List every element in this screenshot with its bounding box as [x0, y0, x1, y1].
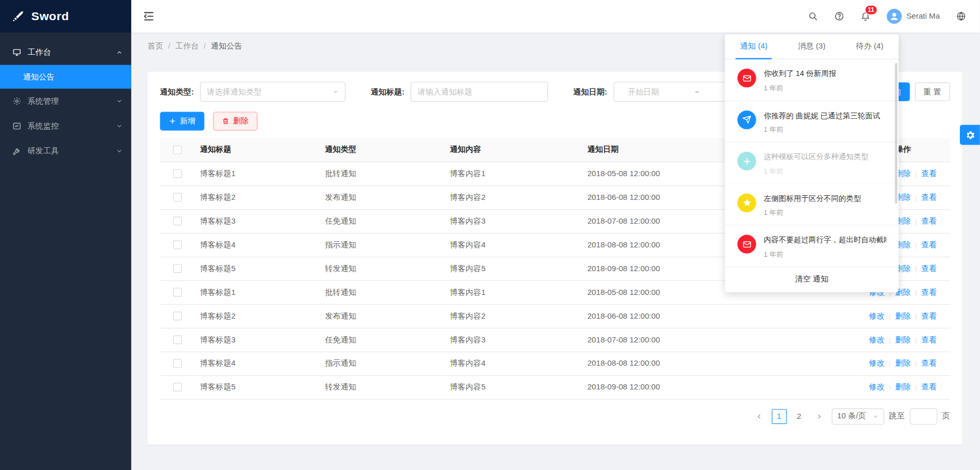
notification-time: 1 年前 — [763, 208, 861, 217]
question-icon[interactable] — [834, 11, 844, 21]
view-link[interactable]: 查看 — [922, 216, 937, 225]
sword-logo-icon — [11, 9, 25, 23]
tab-messages[interactable]: 消息 (3) — [783, 34, 840, 58]
delete-button[interactable]: 删除 — [213, 112, 257, 130]
view-link[interactable]: 查看 — [922, 169, 937, 178]
range-separator: ~ — [695, 87, 699, 96]
row-checkbox[interactable] — [173, 312, 182, 321]
monitor-icon — [12, 122, 21, 131]
sidebar-item-dev-tools[interactable]: 研发工具 — [0, 138, 131, 163]
notice-type-select[interactable]: 请选择通知类型 — [200, 82, 346, 102]
notification-item[interactable]: 内容不要超过两行字，超出时自动截断 1 年前 — [725, 226, 898, 268]
view-link[interactable]: 查看 — [922, 359, 937, 368]
chevron-up-icon — [116, 50, 122, 56]
cell-content: 博客内容3 — [445, 209, 583, 233]
notification-text: 内容不要超过两行字，超出时自动截断 — [763, 236, 886, 245]
row-checkbox[interactable] — [173, 288, 182, 297]
user-menu[interactable]: Serati Ma — [886, 9, 940, 24]
cell-content: 博客内容4 — [445, 233, 583, 257]
notice-title-input[interactable] — [411, 82, 548, 102]
row-checkbox[interactable] — [173, 241, 182, 249]
edit-link[interactable]: 修改 — [869, 311, 884, 320]
cell-title: 博客标题1 — [195, 280, 320, 304]
row-checkbox[interactable] — [173, 169, 182, 178]
edit-link[interactable]: 修改 — [869, 383, 884, 391]
action-divider: | — [915, 383, 917, 391]
search-icon[interactable] — [808, 11, 818, 21]
topbar-actions: 11 Serati Ma — [808, 9, 966, 24]
trash-icon — [222, 117, 229, 125]
view-link[interactable]: 查看 — [922, 311, 937, 320]
row-checkbox[interactable] — [173, 336, 182, 344]
row-checkbox[interactable] — [173, 193, 182, 202]
sidebar-item-workbench[interactable]: 工作台 — [0, 40, 131, 65]
sidebar-item-notice[interactable]: 通知公告 — [0, 65, 131, 89]
notification-item-read[interactable]: 这种模板可以区分多种通知类型 1 年前 — [725, 143, 898, 184]
mail-icon — [738, 69, 756, 87]
action-divider: | — [915, 264, 917, 272]
select-all-checkbox[interactable] — [173, 146, 182, 154]
next-page-icon[interactable] — [811, 409, 826, 424]
tool-icon — [12, 147, 21, 155]
delete-link[interactable]: 删除 — [895, 383, 911, 391]
topbar: 11 Serati Ma — [131, 0, 980, 33]
row-checkbox[interactable] — [173, 359, 182, 368]
row-checkbox[interactable] — [173, 217, 182, 226]
page-number-1[interactable]: 1 — [772, 409, 787, 424]
view-link[interactable]: 查看 — [922, 193, 937, 201]
row-checkbox[interactable] — [173, 264, 182, 273]
view-link[interactable]: 查看 — [922, 264, 937, 273]
notification-time: 1 年前 — [763, 167, 868, 176]
row-checkbox[interactable] — [173, 383, 182, 392]
view-link[interactable]: 查看 — [922, 240, 937, 249]
action-divider: | — [889, 383, 891, 391]
delete-link[interactable]: 删除 — [895, 311, 911, 320]
add-button[interactable]: 新增 — [160, 112, 205, 130]
view-link[interactable]: 查看 — [922, 335, 937, 344]
tab-notifications[interactable]: 通知 (4) — [725, 34, 783, 58]
chevron-down-icon — [332, 89, 339, 95]
delete-link[interactable]: 删除 — [895, 335, 911, 344]
notification-item[interactable]: 左侧图标用于区分不同的类型 1 年前 — [725, 184, 898, 226]
notification-item[interactable]: 你推荐的 曲妮妮 已通过第三轮面试 1 年前 — [725, 101, 898, 143]
menu-fold-icon[interactable] — [143, 10, 155, 22]
notification-dropdown: 通知 (4) 消息 (3) 待办 (4) 你收到了 14 份新周报 1 年前 — [725, 34, 898, 292]
cell-date: 2018-07-08 12:00:00 — [583, 328, 856, 352]
bell-icon[interactable]: 11 — [860, 11, 870, 21]
clear-notifications-button[interactable]: 清空 通知 — [725, 267, 898, 292]
breadcrumb-workbench[interactable]: 工作台 — [175, 41, 198, 52]
notification-text: 这种模板可以区分多种通知类型 — [763, 152, 868, 162]
view-link[interactable]: 查看 — [922, 288, 937, 296]
cell-type: 批转通知 — [320, 280, 445, 304]
prev-page-icon[interactable] — [752, 409, 767, 424]
jump-page-input[interactable] — [910, 408, 937, 424]
notification-scrollbar[interactable] — [895, 63, 897, 203]
app-title: Sword — [31, 9, 69, 23]
globe-icon[interactable] — [956, 11, 966, 21]
cell-title: 博客标题3 — [195, 209, 320, 233]
notification-tabs: 通知 (4) 消息 (3) 待办 (4) — [725, 34, 898, 59]
cell-title: 博客标题4 — [195, 352, 320, 375]
page-size-select[interactable]: 10 条/页 — [832, 408, 884, 424]
sidebar-item-system-monitor[interactable]: 系统监控 — [0, 114, 131, 138]
filter-notice-type: 通知类型: 请选择通知类型 — [160, 82, 346, 102]
tab-todos[interactable]: 待办 (4) — [841, 34, 899, 58]
page-number-2[interactable]: 2 — [791, 409, 806, 424]
breadcrumb-home[interactable]: 首页 — [147, 41, 163, 52]
reset-button[interactable]: 重 置 — [914, 83, 950, 101]
delete-link[interactable]: 删除 — [895, 359, 911, 368]
settings-fab[interactable] — [960, 125, 980, 145]
sidebar-item-system-management[interactable]: 系统管理 — [0, 89, 131, 114]
notification-badge: 11 — [865, 6, 877, 14]
notification-item[interactable]: 你收到了 14 份新周报 1 年前 — [725, 59, 898, 101]
view-link[interactable]: 查看 — [922, 383, 937, 391]
edit-link[interactable]: 修改 — [869, 335, 884, 344]
plus-icon — [169, 117, 176, 125]
logo[interactable]: Sword — [0, 0, 131, 33]
notice-type-label: 通知类型: — [160, 86, 194, 97]
chevron-down-icon — [116, 98, 122, 104]
edit-link[interactable]: 修改 — [869, 359, 884, 368]
cell-title: 博客标题5 — [195, 257, 320, 280]
delete-button-label: 删除 — [233, 116, 249, 127]
breadcrumb-separator: / — [204, 42, 206, 51]
